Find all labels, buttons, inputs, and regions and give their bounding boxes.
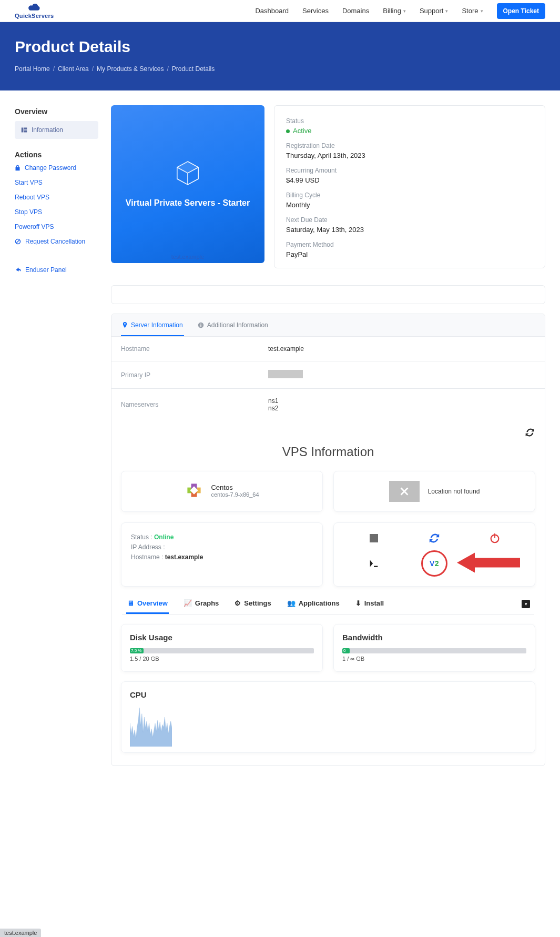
sidebar-item-enduser-panel[interactable]: Enduser Panel xyxy=(15,266,98,274)
monitor-icon: 🖥 xyxy=(127,599,134,607)
svg-rect-14 xyxy=(494,533,495,538)
tab-more-menu[interactable]: ▾ xyxy=(522,600,530,608)
crumb-client-area[interactable]: Client Area xyxy=(58,65,89,73)
arrow-callout-icon xyxy=(457,551,520,577)
svg-rect-6 xyxy=(200,325,201,327)
tab-server-information[interactable]: Server Information xyxy=(121,321,184,336)
cube-icon xyxy=(176,160,199,186)
bw-meta: 1 / ∞ GB xyxy=(342,656,526,662)
row-nameservers: Nameservers ns1 ns2 xyxy=(111,389,545,420)
product-footer: test.example xyxy=(111,254,264,260)
breadcrumb-sep: / xyxy=(53,65,55,73)
sidebar-item-reboot-vps[interactable]: Reboot VPS xyxy=(15,194,98,201)
sidebar-item-label: Change Password xyxy=(25,164,76,172)
panel-tabs: Server Information Additional Informatio… xyxy=(111,314,545,337)
status-value: Active xyxy=(286,127,533,135)
sidebar-item-label: Information xyxy=(32,126,63,134)
svg-rect-1 xyxy=(24,128,27,130)
disk-progress-fill: 7.5 % xyxy=(130,648,144,653)
vps-location-card: Location not found xyxy=(333,471,535,512)
row-value xyxy=(268,370,535,380)
row-key: Hostname xyxy=(121,345,268,352)
tab-label: Overview xyxy=(137,599,168,607)
sidebar-item-poweroff-vps[interactable]: Poweroff VPS xyxy=(15,223,98,230)
main-content: Virtual Private Servers - Starter test.e… xyxy=(111,105,545,766)
product-title: Virtual Private Servers - Starter xyxy=(126,198,250,208)
nav-services[interactable]: Services xyxy=(302,7,329,15)
chevron-down-icon: ▾ xyxy=(481,8,483,14)
vps-status-card: Status : Online IP Address : Hostname : … xyxy=(121,522,323,587)
row-primary-ip: Primary IP xyxy=(111,361,545,389)
vps-title: VPS Information xyxy=(121,445,535,459)
crumb-my-products[interactable]: My Products & Services xyxy=(97,65,164,73)
page-title: Product Details xyxy=(15,38,545,56)
tab-settings[interactable]: ⚙Settings xyxy=(233,599,272,614)
card-title: Disk Usage xyxy=(130,633,314,642)
product-hero-card: Virtual Private Servers - Starter test.e… xyxy=(111,105,264,263)
cycle-value: Monthly xyxy=(286,201,533,209)
stop-icon[interactable] xyxy=(370,534,378,542)
tab-applications[interactable]: 👥Applications xyxy=(286,599,341,614)
top-nav: QuickServers Dashboard Services Domains … xyxy=(0,0,560,22)
hero: Product Details Portal Home/ Client Area… xyxy=(0,22,560,90)
cloud-icon xyxy=(27,3,41,12)
power-icon[interactable] xyxy=(489,532,501,544)
restart-icon[interactable] xyxy=(429,532,440,544)
vps-controls-card: V2 xyxy=(333,522,535,587)
sidebar-item-label: Reboot VPS xyxy=(15,194,49,201)
sidebar-actions: Change Password Start VPS Reboot VPS Sto… xyxy=(15,164,98,245)
columns-icon xyxy=(21,127,27,133)
card-title: Bandwidth xyxy=(342,633,526,642)
disk-progress: 7.5 % xyxy=(130,648,314,653)
sidebar-item-information[interactable]: Information xyxy=(15,121,98,139)
breadcrumb: Portal Home/ Client Area/ My Products & … xyxy=(15,65,545,73)
nav-domains[interactable]: Domains xyxy=(342,7,369,15)
vnc-button[interactable]: V2 xyxy=(421,550,447,577)
sidebar-item-start-vps[interactable]: Start VPS xyxy=(15,179,98,186)
sidebar-item-change-password[interactable]: Change Password xyxy=(15,164,98,172)
nav-store[interactable]: Store▾ xyxy=(462,7,483,15)
nav-dashboard[interactable]: Dashboard xyxy=(255,7,289,15)
brand[interactable]: QuickServers xyxy=(15,3,54,19)
payment-value: PayPal xyxy=(286,250,533,258)
status-text: Active xyxy=(293,127,311,135)
tab-additional-information[interactable]: Additional Information xyxy=(197,321,269,336)
nav-links: Dashboard Services Domains Billing▾ Supp… xyxy=(255,3,545,19)
nav-support[interactable]: Support▾ xyxy=(420,7,449,15)
vnc-button-wrap: V2 xyxy=(421,550,447,577)
cycle-label: Billing Cycle xyxy=(286,192,533,199)
breadcrumb-sep: / xyxy=(167,65,168,73)
location-text: Location not found xyxy=(428,488,480,495)
ns-value: ns2 xyxy=(268,405,535,412)
sidebar-item-request-cancellation[interactable]: Request Cancellation xyxy=(15,238,98,245)
download-icon: ⬇ xyxy=(355,599,361,607)
nav-billing[interactable]: Billing▾ xyxy=(383,7,406,15)
tab-label: Applications xyxy=(299,599,340,607)
product-info-card: Status Active Registration DateThursday,… xyxy=(274,105,545,268)
nav-label: Billing xyxy=(383,7,401,15)
tab-label: Server Information xyxy=(131,321,183,329)
tab-label: Install xyxy=(364,599,384,607)
payment-label: Payment Method xyxy=(286,241,533,248)
empty-card xyxy=(111,285,545,304)
location-missing-icon xyxy=(389,481,420,502)
tab-label: Graphs xyxy=(195,599,219,607)
crumb-portal-home[interactable]: Portal Home xyxy=(15,65,50,73)
open-ticket-button[interactable]: Open Ticket xyxy=(497,3,545,19)
brand-name: QuickServers xyxy=(15,13,54,19)
tab-overview[interactable]: 🖥Overview xyxy=(126,599,169,614)
sidebar-item-label: Poweroff VPS xyxy=(15,223,54,230)
tab-install[interactable]: ⬇Install xyxy=(354,599,385,614)
share-icon xyxy=(15,267,21,273)
tab-label: Additional Information xyxy=(207,321,268,329)
bw-unit: GB xyxy=(356,656,364,662)
recurring-value: $4.99 USD xyxy=(286,176,533,184)
terminal-icon[interactable] xyxy=(368,558,380,569)
sidebar-item-stop-vps[interactable]: Stop VPS xyxy=(15,208,98,216)
status-dot-icon xyxy=(286,129,290,133)
refresh-icon[interactable] xyxy=(525,428,535,437)
due-value: Saturday, May 13th, 2023 xyxy=(286,226,533,234)
svg-rect-0 xyxy=(22,128,24,133)
tab-graphs[interactable]: 📈Graphs xyxy=(182,599,220,614)
disk-meta: 1.5 / 20 GB xyxy=(130,656,314,662)
